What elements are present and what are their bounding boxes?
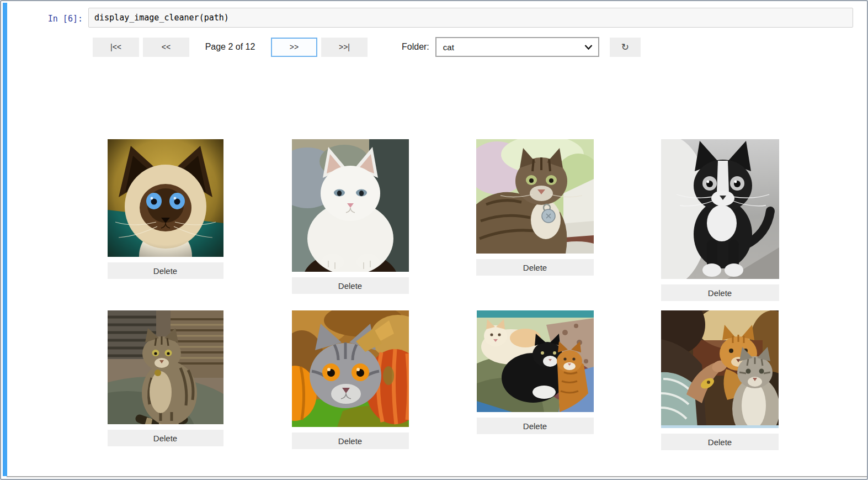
image-card: Delete xyxy=(627,310,812,450)
image-card: Delete xyxy=(73,310,258,450)
cell-selection-indicator xyxy=(3,3,7,476)
cat-photo-bw-kitten xyxy=(661,139,779,279)
cat-photo-white-cat xyxy=(292,139,409,272)
delete-button[interactable]: Delete xyxy=(292,432,409,449)
notebook-cell: In [6]: |<< << Page 2 of 12 >> >>| Folde… xyxy=(0,0,868,480)
first-page-button[interactable]: |<< xyxy=(93,38,139,57)
refresh-button[interactable]: ↻ xyxy=(610,38,641,57)
folder-select[interactable]: cat xyxy=(435,37,599,57)
image-card: Delete xyxy=(73,139,258,301)
last-page-button[interactable]: >>| xyxy=(321,38,368,57)
delete-button[interactable]: Delete xyxy=(108,430,223,446)
cat-photo-siamese-kitten xyxy=(108,139,223,257)
folder-select-value: cat xyxy=(443,43,584,52)
delete-button[interactable]: Delete xyxy=(661,284,779,301)
delete-button[interactable]: Delete xyxy=(476,259,594,276)
refresh-icon: ↻ xyxy=(621,41,629,52)
delete-button[interactable]: Delete xyxy=(477,418,594,434)
image-card: Delete xyxy=(443,310,627,450)
cat-photo-outdoor-tabby xyxy=(108,310,223,424)
code-input[interactable] xyxy=(88,8,853,28)
image-gallery: Delete xyxy=(73,139,812,471)
delete-button[interactable]: Delete xyxy=(108,262,223,279)
pagination-toolbar: |<< << Page 2 of 12 >> >>| Folder: cat ↻ xyxy=(93,36,641,57)
input-prompt: In [6]: xyxy=(1,13,83,24)
cat-photo-tabby-window xyxy=(476,139,594,254)
image-card: Delete xyxy=(443,139,627,301)
image-card: Delete xyxy=(258,310,443,450)
delete-button[interactable]: Delete xyxy=(661,434,779,450)
cat-photo-three-cats xyxy=(477,310,594,412)
image-card: Delete xyxy=(258,139,443,301)
image-card: Delete xyxy=(627,139,812,301)
page-indicator: Page 2 of 12 xyxy=(189,42,271,52)
folder-label: Folder: xyxy=(402,42,429,52)
prev-page-button[interactable]: << xyxy=(143,38,189,57)
chevron-down-icon xyxy=(584,45,593,50)
cat-photo-person-two-cats xyxy=(661,310,779,428)
next-page-button[interactable]: >> xyxy=(271,38,317,57)
cell-bottom-divider xyxy=(7,476,867,477)
delete-button[interactable]: Delete xyxy=(292,277,409,294)
cat-photo-pumpkin-cat xyxy=(292,310,409,427)
